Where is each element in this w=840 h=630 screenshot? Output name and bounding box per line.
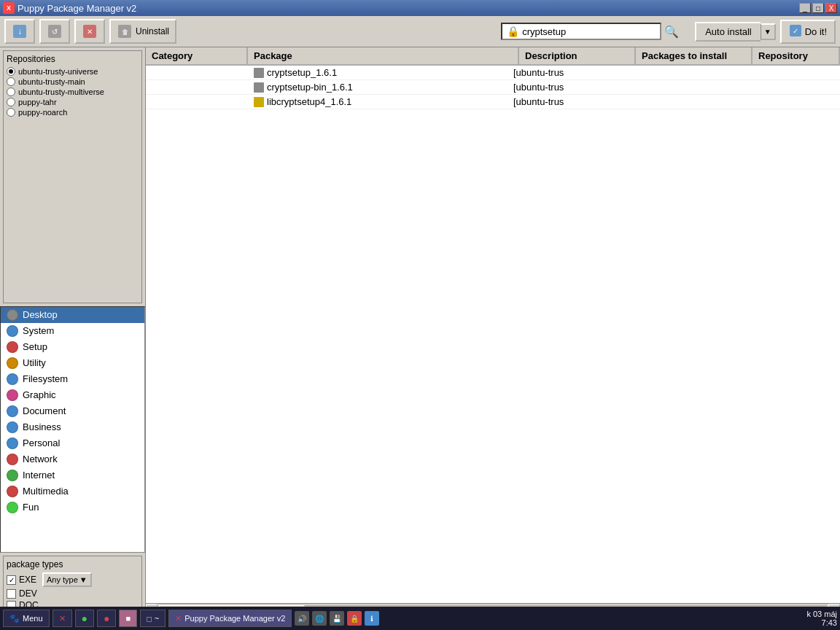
network-icon[interactable]: 🌐 xyxy=(312,611,327,626)
category-icon-network xyxy=(7,454,18,465)
category-icon-system xyxy=(7,325,18,337)
category-label-filesystem: Filesystem xyxy=(23,373,68,384)
package-icon xyxy=(254,68,264,78)
repo-radio-ubuntu-trusty-multiverse[interactable] xyxy=(7,88,15,96)
dev-checkbox[interactable] xyxy=(7,589,16,599)
taskbar-puppy-icon[interactable]: ✕ xyxy=(52,610,72,627)
row-description: [ubuntu-trus xyxy=(513,96,630,107)
category-icon-setup xyxy=(7,341,18,353)
titlebar: X Puppy Package Manager v2 _ □ X xyxy=(0,0,840,16)
category-item-filesystem[interactable]: Filesystem xyxy=(1,371,144,387)
table-row[interactable]: cryptsetup-bin_1.6.1[ubuntu-trus xyxy=(146,80,840,95)
category-item-personal[interactable]: Personal xyxy=(1,435,144,451)
category-item-internet[interactable]: Internet xyxy=(1,467,144,483)
info-icon[interactable]: ℹ xyxy=(365,611,379,626)
exe-checkbox[interactable] xyxy=(7,575,16,585)
table-header: Category Package Description Packages to… xyxy=(146,47,840,66)
category-item-setup[interactable]: Setup xyxy=(1,339,144,355)
uninstall-button[interactable]: 🗑 Uninstall xyxy=(109,19,176,44)
repo-radio-puppy-noarch[interactable] xyxy=(7,108,15,117)
repo-item-puppy-noarch[interactable]: puppy-noarch xyxy=(7,108,139,117)
security-icon[interactable]: 🔒 xyxy=(347,611,362,626)
taskbar-green-icon[interactable]: ● xyxy=(75,610,94,627)
puppy-logo-icon: ✕ xyxy=(59,614,66,623)
category-item-network[interactable]: Network xyxy=(1,451,144,467)
toolbar: ↓ ↺ ✕ 🗑 xyxy=(0,16,840,47)
category-item-graphic[interactable]: Graphic xyxy=(1,387,144,403)
repo-label-ubuntu-trusty-multiverse: ubuntu-trusty-multiverse xyxy=(18,88,104,96)
repo-radio-ubuntu-trusty-main[interactable] xyxy=(7,77,15,86)
exe-label: EXE xyxy=(19,575,36,585)
app-icon: X xyxy=(3,2,15,14)
repo-item-ubuntu-trusty-main[interactable]: ubuntu-trusty-main xyxy=(7,77,139,86)
taskbar-red-icon[interactable]: ● xyxy=(97,610,116,627)
search-icon: 🔒 xyxy=(507,26,519,37)
category-item-multimedia[interactable]: Multimedia xyxy=(1,483,144,499)
repo-item-ubuntu-trusty-multiverse[interactable]: ubuntu-trusty-multiverse xyxy=(7,88,139,96)
close-button[interactable]: X xyxy=(825,3,837,13)
column-header-description[interactable]: Description xyxy=(519,47,636,64)
category-item-desktop[interactable]: Desktop xyxy=(1,307,144,323)
repo-item-ubuntu-trusty-universe[interactable]: ubuntu-trusty-universe xyxy=(7,67,139,76)
install-icon: ↓ xyxy=(12,23,28,39)
taskbar-clock: k 03 máj 7:43 xyxy=(806,610,837,627)
category-icon-utility xyxy=(7,357,18,369)
start-menu-button[interactable]: 🐾 Menu xyxy=(3,610,50,627)
repository-list: ubuntu-trusty-universeubuntu-trusty-main… xyxy=(7,67,139,117)
taskbar-pink-box[interactable]: ■ xyxy=(119,610,137,627)
repo-radio-ubuntu-trusty-universe[interactable] xyxy=(7,67,15,76)
auto-install-button[interactable]: Auto install xyxy=(695,22,761,42)
window-title: Puppy Package Manager v2 xyxy=(18,3,136,14)
category-label-business: Business xyxy=(23,421,61,432)
taskbar-app-window[interactable]: ✕ Puppy Package Manager v2 xyxy=(168,610,292,627)
svg-text:↓: ↓ xyxy=(18,26,22,36)
dev-label: DEV xyxy=(19,588,37,599)
minimize-button[interactable]: _ xyxy=(799,3,811,13)
content-area: Repositories ubuntu-trusty-universeubunt… xyxy=(0,47,840,630)
column-header-category[interactable]: Category xyxy=(146,47,248,64)
svg-text:🗑: 🗑 xyxy=(122,28,128,36)
category-label-system: System xyxy=(23,325,54,336)
svg-text:✓: ✓ xyxy=(793,27,798,35)
toolbar-btn2[interactable]: ↺ xyxy=(39,19,70,44)
repositories-section: Repositories ubuntu-trusty-universeubunt… xyxy=(3,50,142,303)
any-type-label: Any type xyxy=(47,575,78,584)
clock-time: 7:43 xyxy=(822,618,837,627)
column-header-repository[interactable]: Repository xyxy=(752,47,840,64)
do-it-button[interactable]: ✓ Do it! xyxy=(780,20,836,44)
column-header-package[interactable]: Package xyxy=(248,47,519,64)
audio-icon[interactable]: 🔊 xyxy=(295,611,309,626)
category-icon-desktop xyxy=(7,309,18,321)
auto-install-dropdown[interactable]: ▼ xyxy=(761,23,776,40)
row-package: cryptsetup_1.6.1 xyxy=(254,67,513,78)
table-row[interactable]: cryptsetup_1.6.1[ubuntu-trus xyxy=(146,66,840,80)
search-input[interactable] xyxy=(522,26,653,37)
category-item-business[interactable]: Business xyxy=(1,419,144,435)
toolbar-btn3[interactable]: ✕ xyxy=(74,19,105,44)
category-label-personal: Personal xyxy=(23,438,60,448)
category-item-system[interactable]: System xyxy=(1,323,144,339)
category-icon-filesystem xyxy=(7,373,18,385)
right-panel: Category Package Description Packages to… xyxy=(146,47,840,630)
repo-item-puppy-tahr[interactable]: puppy-tahr xyxy=(7,98,139,106)
category-item-document[interactable]: Document xyxy=(1,403,144,419)
column-header-packages-to-install[interactable]: Packages to install xyxy=(636,47,752,64)
table-row[interactable]: libcryptsetup4_1.6.1[ubuntu-trus xyxy=(146,95,840,109)
any-type-dropdown[interactable]: Any type ▼ xyxy=(42,572,92,587)
toolbar-btn1[interactable]: ↓ xyxy=(4,19,35,44)
category-item-utility[interactable]: Utility xyxy=(1,355,144,371)
taskbar-terminal[interactable]: □ ~ xyxy=(140,610,166,627)
package-name: libcryptsetup4_1.6.1 xyxy=(267,96,351,107)
maximize-button[interactable]: □ xyxy=(812,3,824,13)
row-package: cryptsetup-bin_1.6.1 xyxy=(254,82,513,93)
category-item-fun[interactable]: Fun xyxy=(1,499,144,516)
category-icon-personal xyxy=(7,438,18,449)
drive-icon[interactable]: 💾 xyxy=(330,611,344,626)
terminal-label: ~ xyxy=(155,614,159,623)
search-go-icon[interactable]: 🔍 xyxy=(664,25,679,39)
repo-radio-puppy-tahr[interactable] xyxy=(7,98,15,106)
package-icon xyxy=(254,97,264,107)
menu-label: Menu xyxy=(23,614,43,623)
taskbar-app-label: Puppy Package Manager v2 xyxy=(184,614,285,623)
refresh-icon: ↺ xyxy=(47,23,63,39)
